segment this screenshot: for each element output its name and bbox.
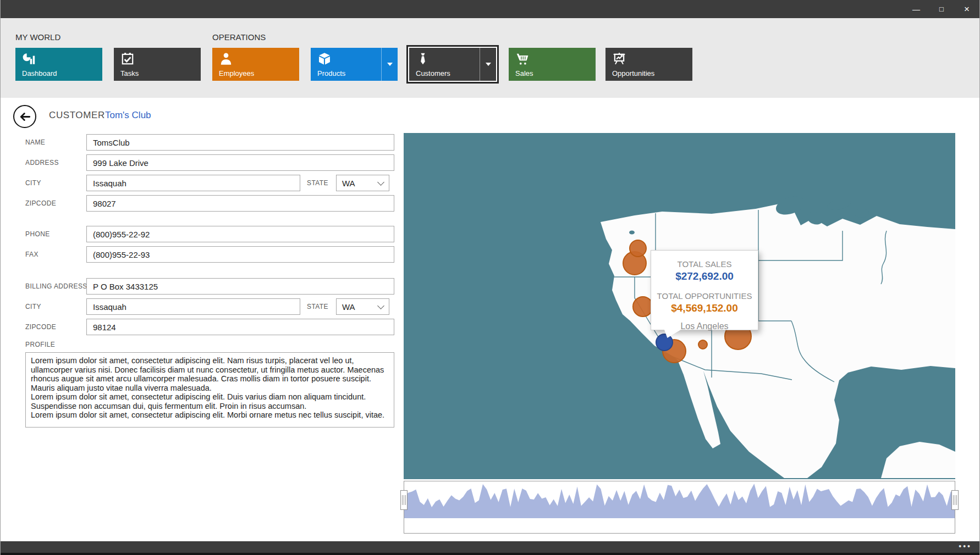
map-bubble-blue[interactable]	[656, 334, 673, 351]
presentation-chart-icon	[612, 52, 626, 66]
tie-icon	[416, 52, 430, 66]
more-icon[interactable]: •••	[959, 542, 972, 551]
timeline-range-selector[interactable]	[404, 481, 955, 534]
billing-address-label: BILLING ADDRESS	[25, 282, 87, 290]
tile-nav: MY WORLD OPERATIONS Dashboard Tasks Empl…	[1, 18, 979, 98]
back-button[interactable]	[13, 105, 36, 128]
map-bubble-orange[interactable]	[633, 297, 653, 317]
city-label: CITY	[25, 179, 41, 187]
range-handle-left[interactable]	[400, 490, 408, 510]
phone-field[interactable]	[86, 226, 394, 242]
tile-products[interactable]: Products	[311, 48, 398, 81]
minimize-button[interactable]: —	[904, 0, 929, 18]
group-label-my-world: MY WORLD	[15, 32, 60, 42]
billing-address-field[interactable]	[86, 278, 394, 295]
tile-employees[interactable]: Employees	[212, 48, 299, 81]
billing-city-field[interactable]	[86, 298, 300, 315]
cart-icon	[515, 52, 530, 66]
tile-label: Products	[317, 69, 345, 77]
tile-label: Employees	[219, 69, 254, 77]
phone-label: PHONE	[25, 230, 50, 238]
billing-state-label: STATE	[307, 303, 328, 310]
range-handle-right[interactable]	[951, 490, 959, 510]
tile-dashboard[interactable]: Dashboard	[15, 48, 102, 81]
tile-sales[interactable]: Sales	[509, 48, 596, 81]
tile-label: Sales	[515, 69, 533, 77]
state-dropdown[interactable]: WA	[336, 175, 389, 191]
billing-state-dropdown[interactable]: WA	[336, 298, 389, 315]
profile-label: PROFILE	[25, 341, 55, 348]
sparkline-area	[404, 484, 955, 518]
city-field[interactable]	[86, 175, 300, 191]
tile-divider	[480, 48, 480, 81]
customer-name-link[interactable]: Tom's Club	[105, 110, 151, 121]
profile-field[interactable]: Lorem ipsum dolor sit amet, consectetur …	[25, 352, 394, 428]
chevron-down-icon[interactable]	[486, 63, 491, 66]
zipcode-field[interactable]	[86, 195, 394, 212]
billing-zipcode-field[interactable]	[86, 319, 394, 335]
tile-divider	[381, 48, 382, 81]
address-label: ADDRESS	[25, 159, 59, 166]
name-label: NAME	[25, 138, 45, 146]
tile-tasks[interactable]: Tasks	[114, 48, 201, 81]
state-label: STATE	[307, 179, 328, 187]
billing-state-value: WA	[342, 302, 355, 312]
chevron-down-icon	[377, 302, 384, 309]
app-bar[interactable]: •••	[1, 541, 979, 553]
name-field[interactable]	[86, 134, 394, 151]
map-tooltip: TOTAL SALES $272,692.00 TOTAL OPPORTUNIT…	[651, 250, 758, 330]
tile-opportunities[interactable]: Opportunities	[605, 48, 692, 81]
dashboard-chart-icon	[22, 52, 36, 66]
total-sales-value: $272,692.00	[651, 270, 758, 282]
total-sales-label: TOTAL SALES	[651, 259, 758, 269]
tile-label: Tasks	[120, 69, 139, 77]
maximize-button[interactable]: □	[929, 0, 954, 18]
timeline-sparkline	[404, 481, 955, 518]
left-arrow-icon	[19, 110, 31, 123]
application-window: — □ × MY WORLD OPERATIONS Dashboard Task…	[0, 0, 980, 555]
window-titlebar[interactable]: — □ ×	[1, 0, 979, 18]
person-icon	[219, 52, 233, 66]
page-section-label: CUSTOMER	[49, 110, 105, 121]
fax-field[interactable]	[86, 246, 394, 263]
total-opportunities-value: $4,569,152.00	[651, 302, 758, 314]
chevron-down-icon[interactable]	[387, 63, 393, 66]
close-button[interactable]: ×	[954, 0, 979, 18]
group-label-operations: OPERATIONS	[212, 32, 266, 42]
tile-label: Customers	[416, 69, 450, 77]
billing-city-label: CITY	[25, 303, 41, 310]
tile-customers[interactable]: Customers	[409, 48, 496, 81]
address-field[interactable]	[86, 154, 394, 171]
chevron-down-icon	[377, 179, 384, 186]
total-opportunities-label: TOTAL OPPORTUNITIES	[651, 291, 758, 301]
state-value: WA	[342, 179, 355, 188]
cube-icon	[317, 52, 332, 66]
zipcode-label: ZIPCODE	[25, 199, 56, 207]
map-bubble-orange[interactable]	[630, 240, 646, 257]
tile-label: Opportunities	[612, 69, 654, 77]
map-bubble-orange[interactable]	[698, 340, 707, 349]
tile-label: Dashboard	[22, 69, 57, 77]
fax-label: FAX	[25, 251, 38, 258]
billing-zipcode-label: ZIPCODE	[25, 323, 56, 331]
window-bottom-edge	[1, 553, 979, 555]
calendar-check-icon	[120, 52, 135, 66]
